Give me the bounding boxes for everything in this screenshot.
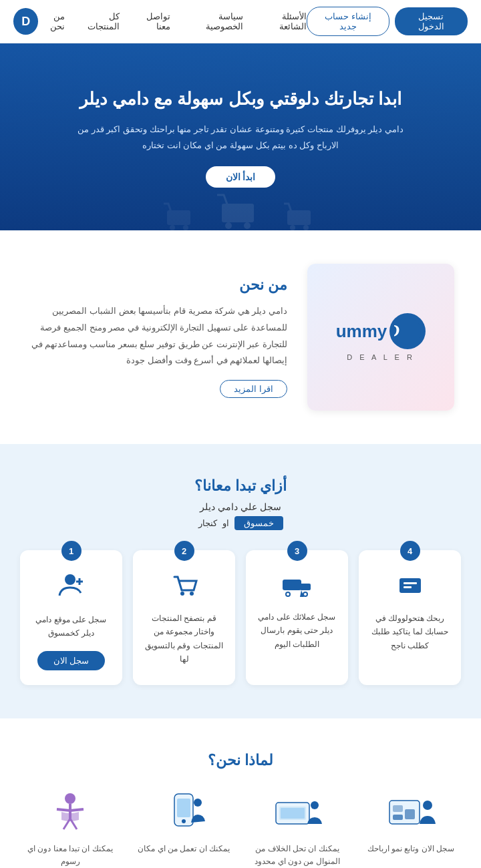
step-icon-4 <box>369 572 450 604</box>
svg-rect-27 <box>393 805 403 812</box>
step-number-2: 2 <box>174 541 194 561</box>
step-icon-2 <box>144 572 224 604</box>
why-card-2: يمكنك ان تحل الخلاف من المنوال من دون اي… <box>247 789 347 868</box>
svg-point-20 <box>304 593 307 596</box>
nav-privacy[interactable]: سياسة الخصوصية <box>184 11 243 31</box>
svg-rect-12 <box>404 582 417 584</box>
about-section: D ummy D E A L E R من نحن دامي ديلر هي ش… <box>0 230 481 444</box>
navbar-logo: D <box>13 8 38 35</box>
hero-cta-button[interactable]: ابدأ الان <box>206 166 276 188</box>
dummy-logo-text: ummy <box>336 321 387 342</box>
svg-rect-15 <box>300 584 311 590</box>
why-icon-1 <box>384 789 438 836</box>
step-number-3: 3 <box>287 541 307 561</box>
svg-point-38 <box>194 799 202 807</box>
hero-content: ابدا تجارتك دلوقتي وبكل سهولة مع دامي دي… <box>73 86 408 188</box>
step-text-4: ربحك هتحولوولك في حسابك لما يتاكيد طلبك … <box>369 612 450 652</box>
why-text-1: سجل الان وتابع نمو ارباحك <box>367 843 454 855</box>
svg-point-1 <box>290 225 295 230</box>
svg-point-23 <box>65 574 75 585</box>
navbar-links: الأسئلة الشائعة سياسة الخصوصية تواصل معن… <box>38 11 306 31</box>
how-subtitle: سجل علي دامي ديلر <box>20 501 461 512</box>
svg-text:D: D <box>394 321 399 341</box>
about-text: من نحن دامي ديلر هي شركة مصرية قام بتأسي… <box>27 276 287 398</box>
step-card-4: 4 ربحك هتحولوولك في حسابك لما يتاكيد طلب… <box>359 550 461 685</box>
why-section: لماذا نحن؟ سجل الان وتابع نمو ارباحك <box>0 718 481 868</box>
svg-point-22 <box>190 592 194 596</box>
nav-about[interactable]: من نحن <box>38 11 64 31</box>
how-tags: خمسوق او كنجار <box>20 516 461 530</box>
dummy-logo-d: D <box>389 313 426 349</box>
tag-active[interactable]: خمسوق <box>234 516 283 530</box>
read-more-button[interactable]: اقرا المزيد <box>220 380 287 398</box>
why-icon-3 <box>157 789 210 836</box>
why-icon-4 <box>43 789 97 836</box>
step-icon-1 <box>31 572 112 605</box>
svg-rect-29 <box>393 815 403 820</box>
why-text-4: يمكنك ان تبدا معنا دون اي رسوم <box>20 843 120 868</box>
svg-rect-14 <box>283 580 301 590</box>
hero-section: ابدا تجارتك دلوقتي وبكل سهولة مع دامي دي… <box>0 43 481 230</box>
svg-point-30 <box>423 801 432 810</box>
step-card-3: 3 سجل عملائك على دامي ديلر حتى يقوم بارس… <box>246 550 348 685</box>
svg-point-7 <box>170 225 175 230</box>
why-card-3: يمكنك ان تعمل من اي مكان <box>134 789 234 868</box>
register-now-button[interactable]: سجل الان <box>37 651 106 670</box>
step-card-1: 1 سجل على موقع دامي ديلر كخمسوق سجل الان <box>20 550 122 685</box>
svg-point-8 <box>183 225 188 230</box>
why-grid: سجل الان وتابع نمو ارباحك يمكنك ان تحل ا… <box>20 789 461 868</box>
nav-products[interactable]: كل المنتجات <box>78 11 120 31</box>
steps-grid: 4 ربحك هتحولوولك في حسابك لما يتاكيد طلب… <box>20 550 461 685</box>
svg-point-37 <box>182 819 186 823</box>
navbar-auth-buttons: تسجيل الدخول إنشاء حساب جديد <box>307 7 468 36</box>
svg-point-4 <box>225 222 232 229</box>
svg-point-19 <box>287 593 289 596</box>
svg-rect-36 <box>177 799 190 817</box>
login-button[interactable]: تسجيل الدخول <box>395 7 468 35</box>
register-button[interactable]: إنشاء حساب جديد <box>307 7 389 36</box>
how-heading: أزاي تبدا معانا؟ <box>20 477 461 495</box>
tag-separator: او <box>222 518 229 528</box>
step-card-2: 2 قم بتصفح المنتجات واختار مجموعة من الم… <box>133 550 235 685</box>
hero-description: دامي ديلر يروفرلك منتجات كتيرة ومتنوعة ع… <box>73 122 408 153</box>
why-icon-2 <box>271 789 324 836</box>
step-icon-3 <box>257 572 337 602</box>
tag-inactive[interactable]: كنجار <box>198 518 217 528</box>
step-number-4: 4 <box>400 541 420 561</box>
svg-rect-28 <box>405 809 415 819</box>
svg-point-2 <box>303 225 309 230</box>
logo-letter: D <box>21 15 30 29</box>
svg-rect-13 <box>404 586 412 588</box>
dummy-logo: D ummy <box>336 313 426 349</box>
navbar: تسجيل الدخول إنشاء حساب جديد الأسئلة الش… <box>0 0 481 43</box>
about-description: دامي ديلر هي شركة مصرية قام بتأسيسها بعض… <box>27 303 287 369</box>
how-section: أزاي تبدا معانا؟ سجل علي دامي ديلر خمسوق… <box>0 444 481 718</box>
about-heading: من نحن <box>27 276 287 294</box>
dummy-dealer-subtitle: D E A L E R <box>347 353 415 361</box>
why-card-1: سجل الان وتابع نمو ارباحك <box>361 789 461 868</box>
svg-rect-11 <box>399 578 421 593</box>
svg-point-34 <box>311 801 319 809</box>
step-text-3: سجل عملائك على دامي ديلر حتى يقوم بارسال… <box>257 610 337 651</box>
why-card-4: يمكنك ان تبدا معنا دون اي رسوم <box>20 789 120 868</box>
svg-rect-26 <box>389 801 420 824</box>
nav-contact[interactable]: تواصل معنا <box>133 11 170 31</box>
about-logo-box: D ummy D E A L E R <box>307 264 454 411</box>
why-text-3: يمكنك ان تعمل من اي مكان <box>138 843 230 855</box>
svg-point-5 <box>244 222 251 229</box>
step-text-2: قم بتصفح المنتجات واختار مجموعة من المنت… <box>144 612 224 666</box>
svg-point-39 <box>65 793 75 804</box>
step-number-1: 1 <box>61 541 82 561</box>
svg-point-21 <box>180 592 184 596</box>
nav-faq[interactable]: الأسئلة الشائعة <box>257 11 307 31</box>
hero-title: ابدا تجارتك دلوقتي وبكل سهولة مع دامي دي… <box>73 86 408 112</box>
svg-rect-33 <box>281 808 305 819</box>
why-heading: لماذا نحن؟ <box>20 752 461 769</box>
why-text-2: يمكنك ان تحل الخلاف من المنوال من دون اي… <box>247 843 347 868</box>
svg-rect-3 <box>222 204 254 222</box>
step-text-1: سجل على موقع دامي ديلر كخمسوق <box>31 613 112 640</box>
